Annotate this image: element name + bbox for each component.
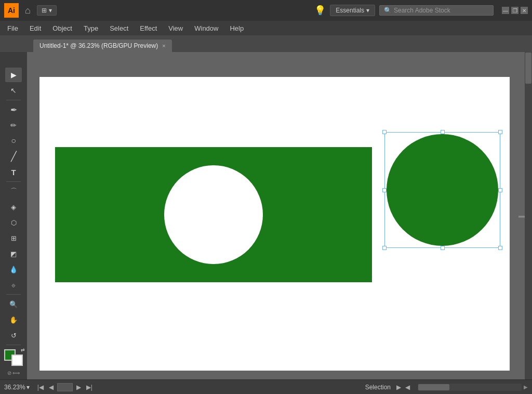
play-forward-button[interactable]: ▶ — [395, 384, 403, 391]
rotate-view-button[interactable]: ↺ — [5, 328, 22, 343]
page-input[interactable]: 1 — [57, 383, 73, 391]
white-circle[interactable] — [164, 165, 263, 264]
toolbar-separator-4 — [6, 345, 21, 345]
green-circle[interactable] — [387, 134, 498, 246]
restore-button[interactable]: ❐ — [511, 7, 518, 14]
none-icon: ⊘ — [7, 370, 11, 376]
left-toolbar: ▶ ↖ ✒ ✏ ○ ╱ T ⌒ ◈ ⬡ ⊞ ◩ 💧 ⟐ 🔍 ✋ ↺ ⇄ ⊘ ⟺ — [0, 52, 27, 379]
document-tab-title: Untitled-1* @ 36.23% (RGB/GPU Preview) — [39, 42, 158, 49]
selection-handle-top-middle[interactable] — [441, 130, 445, 134]
canvas-area — [31, 56, 521, 375]
menu-help[interactable]: Help — [224, 23, 249, 34]
main-area: ▶ ↖ ✒ ✏ ○ ╱ T ⌒ ◈ ⬡ ⊞ ◩ 💧 ⟐ 🔍 ✋ ↺ ⇄ ⊘ ⟺ — [0, 52, 532, 379]
toolbar-separator-1 — [6, 100, 21, 100]
selection-handle-top-left[interactable] — [382, 130, 387, 134]
gradient-tool-button[interactable]: ◩ — [5, 246, 22, 261]
window-controls: — ❐ ✕ — [502, 7, 528, 14]
essentials-chevron-icon: ▾ — [366, 7, 369, 14]
selection-handle-bottom-left[interactable] — [382, 246, 387, 250]
swap-colors-icon[interactable]: ⇄ — [21, 347, 25, 352]
page-indicator: |◀ ◀ 1 ▶ ▶| — [36, 383, 94, 391]
selection-handle-bottom-right[interactable] — [498, 246, 502, 250]
last-page-button[interactable]: ▶| — [85, 384, 94, 391]
search-magnifier-icon: 🔍 — [384, 7, 392, 14]
minimize-button[interactable]: — — [502, 7, 509, 14]
green-rectangle[interactable] — [55, 147, 372, 282]
essentials-button[interactable]: Essentials ▾ — [330, 5, 375, 16]
horizontal-scrollbar-thumb[interactable] — [418, 384, 449, 390]
workspace-grid-icon: ⊞ — [42, 7, 47, 14]
status-bar: 36.23% ▾ |◀ ◀ 1 ▶ ▶| Selection ▶ ◀ ▶ — [0, 379, 532, 394]
menu-edit[interactable]: Edit — [24, 23, 46, 34]
document-tab[interactable]: Untitled-1* @ 36.23% (RGB/GPU Preview) × — [33, 40, 172, 52]
menu-select[interactable]: Select — [104, 23, 134, 34]
swap-fg-bg-icon: ⟺ — [12, 370, 20, 376]
lasso-tool-button[interactable]: ⌒ — [5, 184, 22, 199]
toolbar-separator-3 — [6, 294, 21, 295]
play-back-button[interactable]: ◀ — [404, 384, 411, 391]
close-button[interactable]: ✕ — [521, 7, 528, 14]
fill-stroke-mode: ⊘ ⟺ — [7, 370, 20, 376]
line-tool-button[interactable]: ╱ — [5, 149, 22, 164]
menu-bar: File Edit Object Type Select Effect View… — [0, 21, 532, 35]
search-icon[interactable]: 💡 — [314, 5, 326, 16]
menu-window[interactable]: Window — [189, 23, 223, 34]
pencil-tool-button[interactable]: ✏ — [5, 118, 22, 133]
canvas-container[interactable]: ▐ — [27, 52, 532, 379]
menu-type[interactable]: Type — [78, 23, 103, 34]
arrow-select-region — [5, 54, 22, 67]
workspace-switcher[interactable]: ⊞ ▾ — [37, 5, 57, 16]
zoom-value: 36.23% — [4, 384, 25, 391]
green-circle-container[interactable] — [387, 134, 498, 246]
workspace-chevron-icon: ▾ — [49, 7, 52, 14]
menu-effect[interactable]: Effect — [135, 23, 162, 34]
tab-bar: Untitled-1* @ 36.23% (RGB/GPU Preview) × — [0, 35, 532, 52]
background-color-swatch[interactable] — [11, 354, 23, 366]
prev-page-button[interactable]: ◀ — [47, 384, 55, 391]
selection-tool-button[interactable]: ▶ — [5, 68, 22, 82]
zoom-tool-button[interactable]: 🔍 — [5, 297, 22, 311]
vertical-scrollbar-thumb[interactable] — [525, 52, 531, 84]
next-page-button[interactable]: ▶ — [75, 384, 83, 391]
menu-view[interactable]: View — [163, 23, 188, 34]
zoom-display: 36.23% ▾ — [4, 384, 30, 391]
horizontal-scrollbar[interactable] — [418, 384, 522, 391]
essentials-label: Essentials — [336, 7, 364, 14]
nav-arrows: ▶ ◀ — [395, 384, 411, 391]
menu-object[interactable]: Object — [47, 23, 77, 34]
search-bar[interactable]: 🔍 — [379, 5, 494, 16]
selection-handle-top-right[interactable] — [498, 130, 502, 134]
blend-tool-button[interactable]: ⟐ — [5, 278, 22, 292]
first-page-button[interactable]: |◀ — [36, 384, 45, 391]
pen-tool-button[interactable]: ✒ — [5, 102, 22, 117]
selection-handle-bottom-middle[interactable] — [441, 246, 445, 250]
direct-selection-tool-button[interactable]: ↖ — [5, 83, 22, 98]
selection-handle-middle-right[interactable] — [498, 188, 502, 192]
eyedropper-tool-button[interactable]: 💧 — [5, 262, 22, 277]
home-button[interactable]: ⌂ — [23, 4, 33, 17]
tab-close-button[interactable]: × — [162, 43, 165, 49]
zoom-dropdown-icon[interactable]: ▾ — [26, 384, 30, 391]
vertical-scrollbar[interactable] — [525, 52, 532, 379]
search-input[interactable] — [394, 7, 487, 14]
selection-tool-label: Selection — [365, 384, 391, 391]
toolbar-separator-2 — [6, 181, 21, 182]
color-swatches[interactable]: ⇄ — [4, 349, 23, 366]
artboard — [39, 77, 510, 371]
mesh-tool-button[interactable]: ⊞ — [5, 231, 22, 245]
shape-builder-tool-button[interactable]: ◈ — [5, 200, 22, 214]
type-tool-button[interactable]: T — [5, 165, 22, 179]
ellipse-tool-button[interactable]: ○ — [5, 134, 22, 148]
title-bar: Ai ⌂ ⊞ ▾ 💡 Essentials ▾ 🔍 — ❐ ✕ — [0, 0, 532, 21]
hand-tool-button[interactable]: ✋ — [5, 312, 22, 327]
right-panel-handle[interactable]: ▐ — [519, 214, 525, 217]
scroll-right-arrow[interactable]: ▶ — [524, 384, 528, 390]
ai-logo-icon: Ai — [4, 3, 19, 18]
perspective-tool-button[interactable]: ⬡ — [5, 215, 22, 230]
menu-file[interactable]: File — [2, 23, 23, 34]
selection-handle-middle-left[interactable] — [382, 188, 387, 192]
